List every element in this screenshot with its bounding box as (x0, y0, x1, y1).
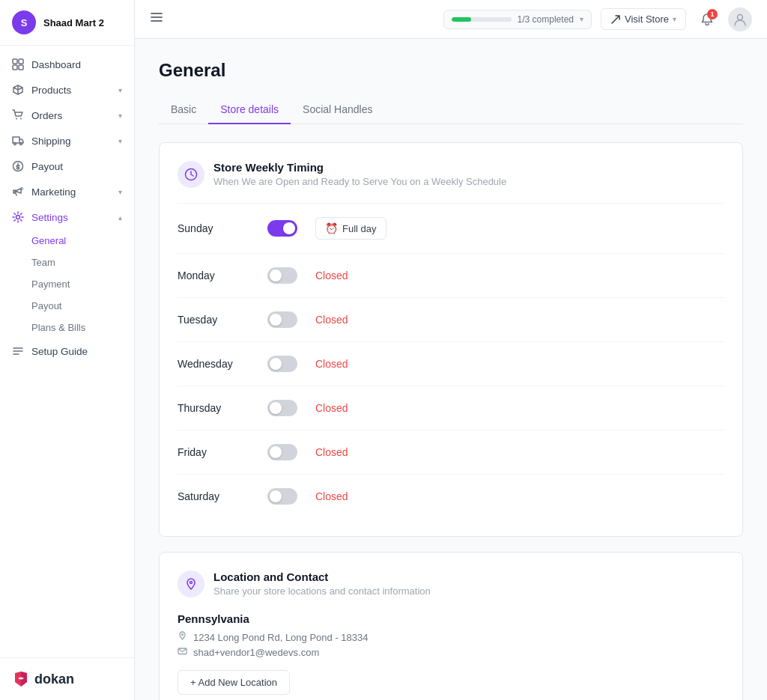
schedule-row-wednesday: Wednesday Closed (178, 341, 724, 386)
sidebar-item-label: Shipping (31, 136, 71, 147)
full-day-label: Full day (342, 223, 377, 234)
tab-store-details[interactable]: Store details (208, 96, 291, 124)
svg-rect-3 (19, 65, 23, 70)
tab-social-handles[interactable]: Social Handles (291, 96, 384, 124)
notifications-button[interactable]: 1 (695, 7, 719, 31)
menu-toggle-button[interactable] (150, 10, 163, 28)
location-address-text: 1234 Long Pond Rd, Long Pond - 18334 (193, 632, 368, 643)
day-label: Wednesday (178, 358, 267, 370)
settings-sub-nav: General Team Payment Payout Plans & Bill… (0, 230, 134, 338)
page-title: General (159, 60, 743, 81)
megaphone-icon (12, 186, 24, 198)
user-avatar-button[interactable] (728, 7, 752, 31)
sidebar-item-team[interactable]: Team (31, 252, 134, 273)
sidebar-item-dashboard[interactable]: Dashboard (0, 52, 134, 77)
svg-point-13 (190, 582, 192, 584)
sidebar-item-label: Products (31, 85, 71, 96)
location-card-header-text: Location and Contact Share your store lo… (213, 570, 431, 597)
tuesday-toggle[interactable] (267, 311, 297, 328)
progress-widget[interactable]: 1/3 completed ▾ (443, 10, 592, 29)
clock-small-icon: ⏰ (325, 222, 338, 234)
grid-icon (12, 58, 24, 70)
tab-basic[interactable]: Basic (159, 96, 208, 124)
timing-card-subtitle: When We are Open and Ready to Serve You … (213, 176, 506, 187)
sidebar-item-payout[interactable]: Payout (31, 295, 134, 317)
sidebar-item-marketing[interactable]: Marketing ▾ (0, 179, 134, 204)
svg-point-10 (16, 216, 20, 219)
sidebar-store-name: Shaad Mart 2 (43, 17, 104, 28)
dollar-icon (12, 160, 24, 172)
location-card: Location and Contact Share your store lo… (159, 552, 743, 700)
sunday-toggle[interactable] (267, 220, 297, 237)
visit-store-button[interactable]: Visit Store ▾ (601, 8, 686, 30)
svg-point-9 (21, 188, 23, 190)
envelope-icon (178, 646, 187, 658)
location-name: Pennsylvania (178, 612, 724, 625)
progress-bar (452, 17, 512, 22)
sidebar-item-orders[interactable]: Orders ▾ (0, 103, 134, 128)
location-address: 1234 Long Pond Rd, Long Pond - 18334 (178, 631, 724, 643)
chevron-down-icon: ▾ (118, 188, 122, 196)
svg-point-11 (738, 14, 743, 19)
day-label: Thursday (178, 402, 267, 414)
timing-card-title: Store Weekly Timing (213, 161, 506, 174)
location-card-title: Location and Contact (213, 570, 431, 583)
sidebar-item-payout[interactable]: Payout (0, 153, 134, 179)
topbar: 1/3 completed ▾ Visit Store ▾ 1 (135, 0, 767, 39)
closed-label: Closed (315, 314, 348, 326)
location-email-text: shad+vendor1@wedevs.com (193, 647, 319, 658)
main-content: 1/3 completed ▾ Visit Store ▾ 1 General … (135, 0, 767, 700)
dokan-logo-text: dokan (34, 672, 74, 687)
sidebar: S Shaad Mart 2 Dashboard Products ▾ (0, 0, 135, 700)
chevron-down-icon: ▾ (118, 137, 122, 145)
sidebar-item-label: Orders (31, 110, 62, 121)
sidebar-item-general[interactable]: General (31, 230, 134, 252)
day-label: Tuesday (178, 314, 267, 326)
page-tabs: Basic Store details Social Handles (159, 96, 743, 124)
cart-icon (12, 109, 24, 121)
box-icon (12, 84, 24, 96)
sidebar-item-setup-guide[interactable]: Setup Guide (0, 338, 134, 364)
svg-point-5 (20, 118, 22, 120)
sidebar-item-products[interactable]: Products ▾ (0, 77, 134, 103)
thursday-toggle[interactable] (267, 400, 297, 416)
gear-icon (12, 211, 24, 223)
sidebar-avatar: S (12, 10, 36, 34)
svg-point-6 (14, 143, 16, 145)
schedule-row-thursday: Thursday Closed (178, 386, 724, 430)
location-card-header: Location and Contact Share your store lo… (178, 570, 724, 597)
add-location-button[interactable]: + Add New Location (178, 670, 290, 695)
sidebar-item-payment[interactable]: Payment (31, 273, 134, 295)
schedule-row-monday: Monday Closed (178, 253, 724, 297)
day-label: Friday (178, 446, 267, 458)
svg-point-7 (20, 143, 22, 145)
svg-rect-2 (13, 65, 17, 70)
day-label: Sunday (178, 222, 267, 234)
sidebar-item-settings[interactable]: Settings ▴ (0, 204, 134, 230)
notification-badge: 1 (707, 9, 718, 19)
schedule-row-sunday: Sunday ⏰ Full day (178, 203, 724, 253)
visit-store-label: Visit Store (625, 13, 669, 25)
schedule-row-tuesday: Tuesday Closed (178, 297, 724, 341)
chevron-down-icon: ▾ (580, 15, 583, 23)
saturday-toggle[interactable] (267, 488, 297, 505)
location-item: Pennsylvania 1234 Long Pond Rd, Long Pon… (178, 612, 724, 658)
clock-icon (178, 161, 204, 188)
sidebar-item-shipping[interactable]: Shipping ▾ (0, 128, 134, 153)
truck-icon (12, 135, 24, 147)
sidebar-item-plans[interactable]: Plans & Bills (31, 317, 134, 338)
svg-point-14 (182, 634, 184, 636)
sidebar-item-label: Dashboard (31, 59, 81, 70)
monday-toggle[interactable] (267, 267, 297, 284)
svg-rect-0 (13, 59, 17, 64)
schedule-row-friday: Friday Closed (178, 430, 724, 474)
location-email: shad+vendor1@wedevs.com (178, 646, 724, 658)
chevron-down-icon: ▾ (118, 86, 122, 94)
wednesday-toggle[interactable] (267, 356, 297, 372)
timing-card: Store Weekly Timing When We are Open and… (159, 142, 743, 537)
sidebar-item-label: Settings (31, 212, 68, 223)
sidebar-header[interactable]: S Shaad Mart 2 (0, 0, 134, 46)
friday-toggle[interactable] (267, 444, 297, 460)
closed-label: Closed (315, 402, 348, 414)
chevron-down-icon: ▾ (673, 15, 676, 23)
